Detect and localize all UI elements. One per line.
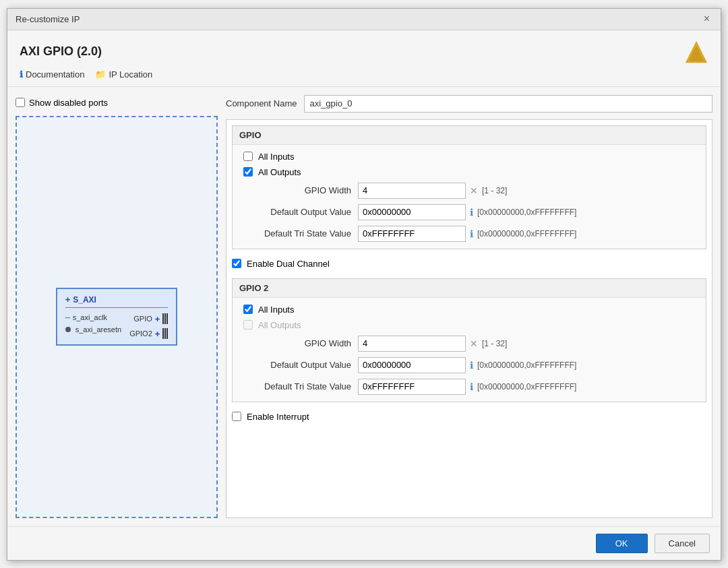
right-panel: Component Name GPIO All Inputs — [226, 95, 712, 518]
all-outputs-label[interactable]: All Outputs — [258, 167, 301, 177]
gpio-plus-icon: + — [155, 314, 160, 324]
gpio2-default-tristate-input[interactable] — [358, 379, 466, 395]
default-tristate-row: Default Tri State Value ℹ [0x00000000,0x… — [243, 226, 695, 242]
plus-icon: + — [65, 294, 71, 305]
enable-dual-channel-row: Enable Dual Channel — [226, 255, 712, 273]
all-inputs-checkbox[interactable] — [243, 152, 253, 161]
port-diagram: + S_AXI ─ s_axi_aclk s_axi_aresetn — [16, 116, 218, 518]
default-tristate-input-wrap: ℹ [0x00000000,0xFFFFFFFF] — [358, 226, 576, 242]
default-output-input[interactable] — [358, 204, 466, 220]
port-s-axi-aclk: ─ s_axi_aclk — [65, 313, 122, 321]
gpio-width-range: [1 - 32] — [482, 186, 507, 195]
default-tristate-input[interactable] — [358, 226, 466, 242]
block-title: + S_AXI — [65, 294, 169, 308]
ok-button[interactable]: OK — [596, 534, 648, 553]
port-gpio: GPIO + — [133, 313, 168, 324]
all-inputs-row: All Inputs — [243, 152, 695, 162]
enable-dual-channel-checkbox[interactable] — [232, 259, 241, 268]
all-outputs-row: All Outputs — [243, 167, 695, 177]
gpio2-section: GPIO 2 All Inputs All Outputs — [232, 278, 706, 402]
show-disabled-ports-checkbox[interactable] — [16, 98, 25, 107]
ip-location-link[interactable]: 📁 IP Location — [95, 69, 152, 80]
gpio2-default-tristate-range: [0x00000000,0xFFFFFFFF] — [477, 382, 576, 391]
gpio2-section-header: GPIO 2 — [233, 279, 706, 298]
default-output-input-wrap: ℹ [0x00000000,0xFFFFFFFF] — [358, 204, 576, 220]
default-tristate-label: Default Tri State Value — [243, 228, 351, 239]
all-inputs-label[interactable]: All Inputs — [258, 152, 294, 162]
enable-interrupt-label[interactable]: Enable Interrupt — [247, 412, 309, 422]
xilinx-logo-icon — [684, 40, 708, 64]
gpio2-all-inputs-label[interactable]: All Inputs — [258, 305, 294, 315]
all-outputs-checkbox[interactable] — [243, 167, 253, 177]
port-label: s_axi_aclk — [73, 313, 107, 321]
close-button[interactable]: × — [701, 13, 712, 24]
main-dialog: Re-customize IP × AXI GPIO (2.0) ℹ Docum… — [7, 8, 721, 561]
port-label: s_axi_aresetn — [75, 325, 122, 334]
gpio-section: GPIO All Inputs All Outputs GP — [232, 125, 706, 249]
gpio2-default-output-input-wrap: ℹ [0x00000000,0xFFFFFFFF] — [358, 357, 576, 373]
gpio2-default-output-row: Default Output Value ℹ [0x00000000,0xFFF… — [243, 357, 695, 373]
gpio2-width-range: [1 - 32] — [482, 339, 507, 348]
gpio2-width-input[interactable] — [358, 336, 466, 352]
component-name-input[interactable] — [304, 95, 713, 113]
block-component: + S_AXI ─ s_axi_aclk s_axi_aresetn — [56, 288, 178, 346]
enable-interrupt-row: Enable Interrupt — [226, 408, 712, 433]
info-icon: ℹ — [20, 69, 23, 80]
cancel-button[interactable]: Cancel — [655, 534, 710, 553]
gpio2-default-tristate-input-wrap: ℹ [0x00000000,0xFFFFFFFF] — [358, 379, 576, 395]
show-disabled-ports-row: Show disabled ports — [16, 95, 218, 111]
default-output-range: [0x00000000,0xFFFFFFFF] — [477, 208, 576, 217]
gpio2-all-outputs-checkbox[interactable] — [243, 320, 253, 329]
gpio2-all-outputs-row: All Outputs — [243, 320, 695, 330]
gpio2-width-input-wrap: ✕ [1 - 32] — [358, 336, 507, 352]
footer-bar: OK Cancel — [7, 526, 721, 560]
gpio2-default-output-range: [0x00000000,0xFFFFFFFF] — [477, 360, 576, 370]
gpio2-bus-icon — [162, 328, 168, 339]
block-name: S_AXI — [73, 295, 96, 305]
right-ports: GPIO + GPIO2 + — [129, 313, 168, 339]
component-name-row: Component Name — [226, 95, 712, 113]
gpio2-all-inputs-checkbox[interactable] — [243, 305, 253, 314]
port-gpio2: GPIO2 + — [129, 328, 168, 339]
gpio2-plus-icon: + — [155, 329, 160, 339]
component-name-label: Component Name — [226, 98, 297, 108]
gpio-section-header: GPIO — [233, 126, 706, 145]
gpio2-section-body: All Inputs All Outputs GPIO Width ✕ — [233, 298, 706, 402]
gpio2-default-output-info-icon[interactable]: ℹ — [470, 360, 473, 371]
gpio2-all-outputs-label: All Outputs — [258, 320, 301, 330]
default-output-label: Default Output Value — [243, 207, 351, 217]
app-title-row: AXI GPIO (2.0) — [20, 40, 708, 64]
default-output-info-icon[interactable]: ℹ — [470, 207, 473, 218]
gpio-width-label: GPIO Width — [243, 185, 351, 195]
default-tristate-info-icon[interactable]: ℹ — [470, 228, 473, 239]
gpio2-default-tristate-row: Default Tri State Value ℹ [0x00000000,0x… — [243, 379, 695, 395]
gpio-width-input[interactable] — [358, 183, 466, 199]
content-area: Show disabled ports + S_AXI ─ s_axi_aclk — [7, 87, 721, 526]
documentation-link[interactable]: ℹ Documentation — [20, 69, 84, 80]
gpio-width-clear-icon[interactable]: ✕ — [470, 185, 478, 196]
default-tristate-range: [0x00000000,0xFFFFFFFF] — [477, 229, 576, 239]
block-ports: ─ s_axi_aclk s_axi_aresetn GPIO + — [65, 313, 169, 339]
title-bar: Re-customize IP × — [7, 9, 721, 30]
gpio2-default-output-input[interactable] — [358, 357, 466, 373]
gpio-label: GPIO — [133, 315, 152, 323]
gpio-width-row: GPIO Width ✕ [1 - 32] — [243, 183, 695, 199]
settings-panel: GPIO All Inputs All Outputs GP — [226, 119, 712, 518]
gpio2-width-row: GPIO Width ✕ [1 - 32] — [243, 336, 695, 352]
show-disabled-ports-label[interactable]: Show disabled ports — [29, 98, 108, 108]
default-output-row: Default Output Value ℹ [0x00000000,0xFFF… — [243, 204, 695, 220]
gpio-width-input-wrap: ✕ [1 - 32] — [358, 183, 507, 199]
gpio2-default-output-label: Default Output Value — [243, 360, 351, 370]
enable-interrupt-checkbox[interactable] — [232, 412, 241, 421]
enable-dual-channel-label[interactable]: Enable Dual Channel — [247, 259, 330, 269]
gpio2-default-tristate-info-icon[interactable]: ℹ — [470, 381, 473, 392]
clock-symbol: ─ — [65, 314, 70, 321]
port-s-axi-aresetn: s_axi_aresetn — [65, 325, 122, 334]
gpio2-width-clear-icon[interactable]: ✕ — [470, 338, 478, 349]
settings-scroll[interactable]: GPIO All Inputs All Outputs GP — [226, 120, 712, 517]
header-links: ℹ Documentation 📁 IP Location — [20, 69, 708, 80]
gpio-bus-icon — [162, 313, 168, 324]
app-title: AXI GPIO (2.0) — [20, 44, 102, 59]
gpio2-all-inputs-row: All Inputs — [243, 305, 695, 315]
dialog-title: Re-customize IP — [16, 14, 80, 24]
